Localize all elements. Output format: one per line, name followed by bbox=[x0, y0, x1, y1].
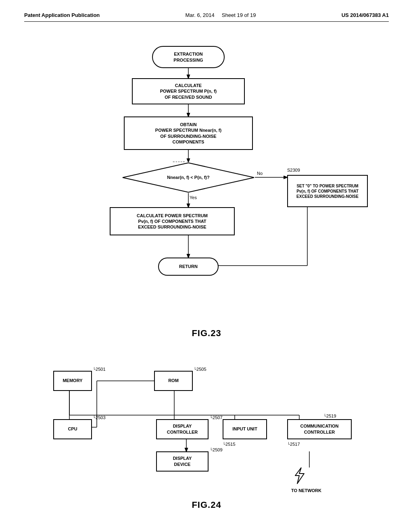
s2305-text: Nnear(n, f) < P(n, f)? bbox=[167, 175, 209, 181]
block-diagram-fig24: MEMORY └2501 ROM └2505 CPU └2503 DISPLAY… bbox=[49, 363, 364, 492]
display-controller-box: DISPLAY CONTROLLER bbox=[156, 419, 209, 439]
s2307-box: CALCULATE POWER SPECTRUM Pv(n, f) OF COM… bbox=[110, 207, 235, 235]
input-unit-box: INPUT UNIT bbox=[223, 419, 267, 439]
no-label: No bbox=[257, 171, 263, 176]
s2303-text: OBTAIN POWER SPECTRUM Nnear(n, f) OF SUR… bbox=[155, 122, 221, 145]
header: Patent Application Publication Mar. 6, 2… bbox=[24, 12, 389, 22]
comm-controller-label: COMMUNICATION CONTROLLER bbox=[300, 423, 338, 436]
header-right: US 2014/067383 A1 bbox=[342, 12, 389, 18]
n2503-label: └2503 bbox=[93, 415, 106, 420]
fig24-area: MEMORY └2501 ROM └2505 CPU └2503 DISPLAY… bbox=[24, 363, 389, 510]
start-shape: EXTRACTION PROCESSING bbox=[152, 46, 225, 68]
start-label: EXTRACTION PROCESSING bbox=[173, 51, 203, 63]
cpu-label: CPU bbox=[68, 426, 77, 432]
s2309-label: S2309 bbox=[287, 168, 300, 172]
cpu-box: CPU bbox=[53, 419, 92, 439]
flowchart-fig23: EXTRACTION PROCESSING S2301 CALCULATE PO… bbox=[69, 38, 344, 320]
s2303-box: OBTAIN POWER SPECTRUM Nnear(n, f) OF SUR… bbox=[124, 116, 253, 150]
n2519-label: └2519 bbox=[323, 414, 336, 418]
s2309-text: SET "0" TO POWER SPECTRUM Pv(n, f) OF CO… bbox=[296, 183, 359, 199]
yes-label: Yes bbox=[190, 195, 197, 200]
return-label: RETURN bbox=[179, 264, 198, 269]
memory-box: MEMORY bbox=[53, 371, 92, 391]
fig23-caption: FIG.23 bbox=[192, 328, 221, 339]
s2301-text: CALCULATE POWER SPECTRUM P(n, f) OF RECE… bbox=[160, 83, 217, 100]
input-unit-label: INPUT UNIT bbox=[232, 426, 257, 432]
n2517-label: └2517 bbox=[287, 442, 300, 447]
rom-label: ROM bbox=[168, 378, 179, 384]
comm-controller-box: COMMUNICATION CONTROLLER bbox=[287, 419, 352, 439]
n2509-label: └2509 bbox=[210, 447, 223, 452]
header-date: Mar. 6, 2014 bbox=[186, 12, 215, 18]
header-sheet: Sheet 19 of 19 bbox=[222, 12, 256, 18]
header-left: Patent Application Publication bbox=[24, 12, 100, 18]
s2307-text: CALCULATE POWER SPECTRUM Pv(n, f) OF COM… bbox=[137, 213, 208, 230]
display-controller-label: DISPLAY CONTROLLER bbox=[167, 423, 198, 436]
display-device-label: DISPLAY DEVICE bbox=[173, 455, 192, 468]
return-shape: RETURN bbox=[158, 258, 219, 276]
display-device-box: DISPLAY DEVICE bbox=[156, 451, 209, 472]
n2515-label: └2515 bbox=[223, 442, 236, 447]
to-network-label: TO NETWORK bbox=[291, 488, 321, 493]
s2305-diamond: Nnear(n, f) < P(n, f)? bbox=[122, 162, 255, 193]
lightning-icon bbox=[291, 466, 307, 486]
header-center: Mar. 6, 2014 Sheet 19 of 19 bbox=[186, 12, 256, 18]
fig24-caption: FIG.24 bbox=[192, 500, 221, 510]
s2309-box: SET "0" TO POWER SPECTRUM Pv(n, f) OF CO… bbox=[287, 175, 368, 207]
n2501-label: └2501 bbox=[93, 367, 106, 372]
memory-label: MEMORY bbox=[63, 378, 82, 384]
s2301-box: CALCULATE POWER SPECTRUM P(n, f) OF RECE… bbox=[132, 78, 245, 104]
rom-box: ROM bbox=[154, 371, 193, 391]
fig23-area: EXTRACTION PROCESSING S2301 CALCULATE PO… bbox=[24, 38, 389, 355]
n2505-label: └2505 bbox=[194, 367, 206, 372]
n2507-label: └2507 bbox=[210, 415, 223, 420]
to-network-area: TO NETWORK bbox=[291, 466, 321, 493]
page: Patent Application Publication Mar. 6, 2… bbox=[0, 0, 413, 532]
